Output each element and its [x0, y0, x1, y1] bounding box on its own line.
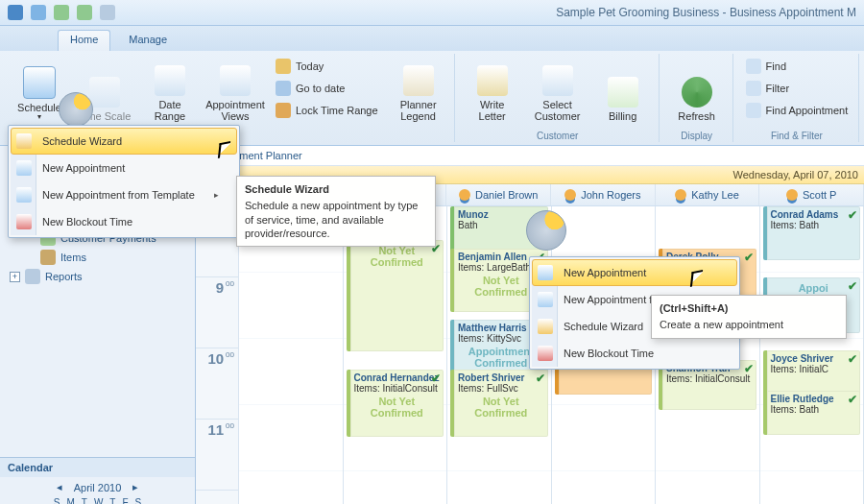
appointment-block[interactable]: Robert ShriverItems: FullSvcNot Yet Conf… [450, 370, 548, 437]
cursor-highlight-icon [526, 210, 566, 251]
tree-items[interactable]: Items [4, 248, 191, 267]
find-appointment-button[interactable]: Find Appointment [741, 100, 853, 121]
new-appt-icon [16, 160, 32, 176]
filter-icon [746, 81, 761, 96]
calendar-icon [276, 59, 291, 74]
app-icon [8, 5, 23, 20]
planner-column[interactable]: Conrad HernandezItems: InitialConsultNot… [344, 206, 448, 504]
planner-column[interactable] [239, 206, 344, 504]
schedule-menu: Schedule Wizard New Appointment New Appo… [8, 125, 240, 238]
template-icon [538, 292, 553, 307]
lock-time-range-button[interactable]: Lock Time Range [271, 100, 383, 121]
window-title: Sample Pet Grooming Business - Business … [556, 6, 856, 19]
group-find-filter-label: Find & Filter [741, 129, 853, 141]
help-icon[interactable] [31, 5, 46, 20]
reports-icon [25, 269, 40, 284]
find-button[interactable]: Find [741, 56, 853, 77]
blockout-icon [538, 346, 553, 361]
appointment-block[interactable]: Joyce ShriverItems: InitialC✔ [763, 350, 861, 395]
today-button[interactable]: Today [271, 56, 383, 77]
menu-new-appointment[interactable]: New Appointment [11, 155, 237, 181]
appointment-block[interactable]: Not Yet Confirmed✔ [347, 240, 444, 351]
qat-icon-2[interactable] [77, 5, 92, 20]
appointment-views-button[interactable]: Appointment Views [205, 56, 265, 124]
billing-button[interactable]: Billing [593, 56, 653, 124]
new-appointment-tooltip: (Ctrl+Shift+A) Create a new appointment [651, 295, 847, 339]
appointment-block[interactable]: Conrad HernandezItems: InitialConsultNot… [347, 370, 444, 437]
goto-icon [276, 81, 291, 96]
tab-home[interactable]: Home [58, 30, 110, 51]
blockout-icon [16, 214, 32, 229]
items-icon [40, 250, 56, 265]
filter-button[interactable]: Filter [741, 78, 853, 99]
calendar-header: Calendar [0, 458, 195, 477]
wizard-icon [538, 319, 553, 334]
appointment-block[interactable]: Conrad AdamsItems: Bath✔ [763, 206, 861, 260]
lock-icon [276, 103, 291, 118]
group-customer-label: Customer [463, 129, 653, 141]
mouse-cursor [691, 271, 707, 292]
cursor-highlight-icon [59, 92, 93, 127]
qat-icon-1[interactable] [54, 5, 69, 20]
find-icon [746, 59, 761, 74]
select-customer-button[interactable]: Select Customer [528, 56, 588, 124]
planner-column[interactable]: Conrad AdamsItems: Bath✔Appoi✔Joyce Shri… [760, 206, 865, 504]
column-header[interactable]: John Rogers [551, 184, 656, 205]
planner-legend-button[interactable]: Planner Legend [389, 56, 448, 124]
prev-month-button[interactable]: ◂ [57, 481, 62, 493]
new-appt-icon [538, 265, 553, 280]
refresh-button[interactable]: Refresh [667, 56, 727, 124]
template-icon [16, 187, 32, 203]
write-letter-button[interactable]: Write Letter [463, 56, 522, 124]
mouse-cursor [219, 142, 234, 163]
schedule-wizard-tooltip: Schedule Wizard Schedule a new appointme… [236, 176, 436, 247]
month-label: April 2010 [74, 482, 122, 493]
column-header[interactable]: Daniel Brown [446, 184, 551, 205]
ctx-new-blockout[interactable]: New Blockout Time [532, 340, 737, 367]
planner-date: Wednesday, April 07, 2010 [733, 169, 858, 180]
wizard-icon [16, 133, 32, 149]
next-month-button[interactable]: ▸ [132, 481, 138, 493]
quick-access-toolbar: Sample Pet Grooming Business - Business … [0, 0, 864, 26]
calendar-panel: Calendar ◂April 2010▸ SMTWTFS [0, 457, 195, 504]
group-display-label: Display [667, 129, 727, 141]
menu-schedule-wizard[interactable]: Schedule Wizard [11, 128, 237, 155]
dow-row: SMTWTFS [8, 497, 187, 504]
tab-manage[interactable]: Manage [116, 30, 180, 51]
column-header[interactable]: Kathy Lee [656, 184, 760, 205]
column-header[interactable]: Scott P [759, 184, 864, 205]
tree-reports[interactable]: +Reports [4, 267, 191, 286]
menu-new-blockout[interactable]: New Blockout Time [11, 208, 237, 235]
search-icon [746, 103, 761, 118]
time-scale-column: 80090010001100 [196, 206, 239, 504]
go-to-date-button[interactable]: Go to date [271, 78, 383, 99]
menu-new-appointment-template[interactable]: New Appointment from Template▸ [11, 181, 237, 208]
appointment-block[interactable]: Ellie RutledgeItems: Bath✔ [763, 391, 861, 435]
date-range-button[interactable]: Date Range [140, 56, 200, 124]
ribbon-tabs: Home Manage [0, 26, 864, 51]
print-icon[interactable] [100, 5, 115, 20]
